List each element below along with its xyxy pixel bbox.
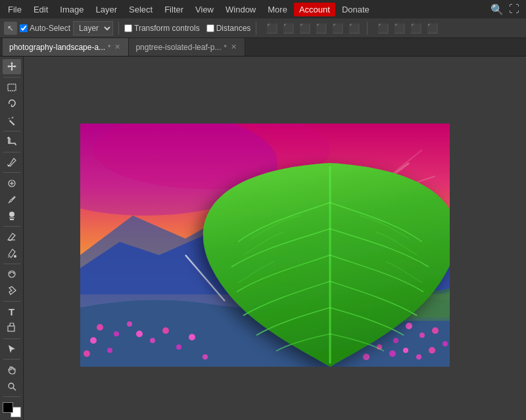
tool-sep-8: [3, 338, 20, 339]
tool-lasso[interactable]: [3, 97, 21, 112]
tab-1-close[interactable]: ✕: [229, 42, 238, 52]
separator-1: [118, 22, 119, 35]
tool-crop[interactable]: [3, 134, 21, 149]
align-right-icon[interactable]: ⬛: [297, 22, 312, 35]
tabs-bar: photography-landscape-a... * ✕ pngtree-i…: [0, 38, 526, 57]
tool-sep-7: [3, 301, 20, 302]
menu-more[interactable]: More: [262, 3, 293, 16]
foreground-color[interactable]: [3, 402, 13, 413]
tool-sep-3: [3, 152, 20, 152]
svg-point-29: [84, 350, 90, 357]
canvas-area: [24, 57, 526, 420]
distribute-h-icon[interactable]: ⬛: [375, 22, 391, 35]
svg-rect-0: [8, 84, 16, 91]
menu-file[interactable]: File: [3, 3, 27, 16]
tab-0[interactable]: photography-landscape-a... * ✕: [3, 38, 129, 56]
align-center-h-icon[interactable]: ⬛: [281, 22, 296, 35]
distribute-gap-h-icon[interactable]: ⬛: [408, 22, 423, 35]
tool-magic-wand[interactable]: [3, 113, 21, 128]
svg-point-30: [107, 348, 112, 353]
color-swatches[interactable]: [3, 402, 21, 417]
separator-3: [367, 22, 368, 35]
tool-sep-1: [3, 77, 20, 78]
svg-line-9: [13, 388, 16, 390]
tab-0-close[interactable]: ✕: [113, 42, 122, 52]
menu-view[interactable]: View: [190, 3, 219, 16]
menu-filter[interactable]: Filter: [159, 3, 189, 16]
tool-eraser[interactable]: [3, 229, 21, 245]
svg-point-46: [442, 341, 448, 346]
svg-point-25: [97, 324, 103, 331]
tool-sep-9: [3, 359, 20, 360]
svg-point-43: [406, 323, 412, 329]
options-toolbar: ↖ Auto-Select Layer Transform controls D…: [0, 18, 526, 38]
tool-sep-4: [3, 172, 20, 173]
tool-stamp[interactable]: [3, 208, 21, 223]
svg-point-35: [189, 334, 195, 340]
svg-point-52: [416, 354, 421, 360]
distribute-v-icon[interactable]: ⬛: [392, 22, 407, 35]
tab-1-modified: *: [224, 43, 226, 51]
menu-select[interactable]: Select: [124, 3, 158, 16]
separator-2: [256, 22, 256, 35]
tool-hand[interactable]: [3, 362, 21, 377]
svg-rect-7: [8, 326, 14, 331]
menu-account[interactable]: Account: [294, 3, 335, 16]
tool-eyedropper[interactable]: [3, 154, 21, 170]
svg-point-45: [432, 327, 439, 334]
menu-image[interactable]: Image: [55, 3, 89, 16]
tool-zoom[interactable]: [3, 379, 21, 394]
svg-point-34: [176, 344, 181, 350]
svg-point-42: [393, 338, 398, 343]
tab-0-label: photography-landscape-a...: [9, 43, 105, 52]
tab-1-label: pngtree-isolated-leaf-p...: [135, 43, 221, 52]
tool-path-select[interactable]: [3, 341, 21, 356]
svg-point-28: [127, 321, 132, 327]
tool-shape[interactable]: [3, 321, 21, 336]
svg-point-31: [136, 331, 143, 337]
svg-point-27: [90, 337, 97, 344]
svg-point-53: [429, 347, 435, 354]
svg-point-33: [162, 327, 169, 334]
left-toolbar: T: [0, 57, 24, 420]
tool-heal[interactable]: [3, 175, 21, 191]
main-layout: T: [0, 57, 526, 420]
tool-sep-5: [3, 226, 20, 227]
svg-point-48: [363, 354, 370, 360]
tool-paint-bucket[interactable]: [3, 246, 21, 261]
tool-sep-10: [3, 396, 20, 397]
align-top-icon[interactable]: ⬛: [314, 22, 329, 35]
svg-point-26: [114, 331, 119, 337]
tool-blur[interactable]: [3, 267, 21, 282]
align-tools: ⬛ ⬛ ⬛ ⬛ ⬛ ⬛: [264, 22, 362, 35]
auto-select-checkbox[interactable]: Auto-Select: [20, 24, 70, 33]
search-icon[interactable]: 🔍: [490, 3, 504, 16]
align-left-icon[interactable]: ⬛: [264, 22, 279, 35]
tool-pen[interactable]: [3, 283, 21, 298]
align-middle-v-icon[interactable]: ⬛: [330, 22, 345, 35]
tool-move[interactable]: [3, 59, 21, 74]
canvas-svg: [80, 124, 450, 367]
align-bottom-icon[interactable]: ⬛: [347, 22, 362, 35]
fullscreen-icon[interactable]: ⛶: [509, 3, 519, 15]
menu-donate[interactable]: Donate: [337, 3, 375, 16]
tool-text[interactable]: T: [3, 304, 21, 319]
menu-layer[interactable]: Layer: [91, 3, 123, 16]
layer-dropdown[interactable]: Layer: [73, 21, 113, 35]
menu-window[interactable]: Window: [220, 3, 261, 16]
menu-edit[interactable]: Edit: [28, 3, 53, 16]
tab-0-modified: *: [108, 43, 110, 51]
transform-controls-checkbox[interactable]: Transform controls: [124, 24, 200, 33]
move-tool-indicator[interactable]: ↖: [4, 22, 17, 35]
tool-brush[interactable]: [3, 192, 21, 207]
svg-point-44: [419, 333, 425, 338]
svg-point-32: [150, 338, 155, 343]
tool-sep-6: [3, 264, 20, 264]
svg-point-51: [403, 348, 408, 353]
distribute-gap-v-icon[interactable]: ⬛: [425, 22, 440, 35]
distances-checkbox[interactable]: Distances: [206, 24, 251, 33]
distribute-tools: ⬛ ⬛ ⬛ ⬛: [375, 22, 440, 35]
tool-marquee[interactable]: [3, 80, 21, 95]
tool-sep-2: [3, 131, 20, 131]
tab-1[interactable]: pngtree-isolated-leaf-p... * ✕: [129, 38, 245, 56]
